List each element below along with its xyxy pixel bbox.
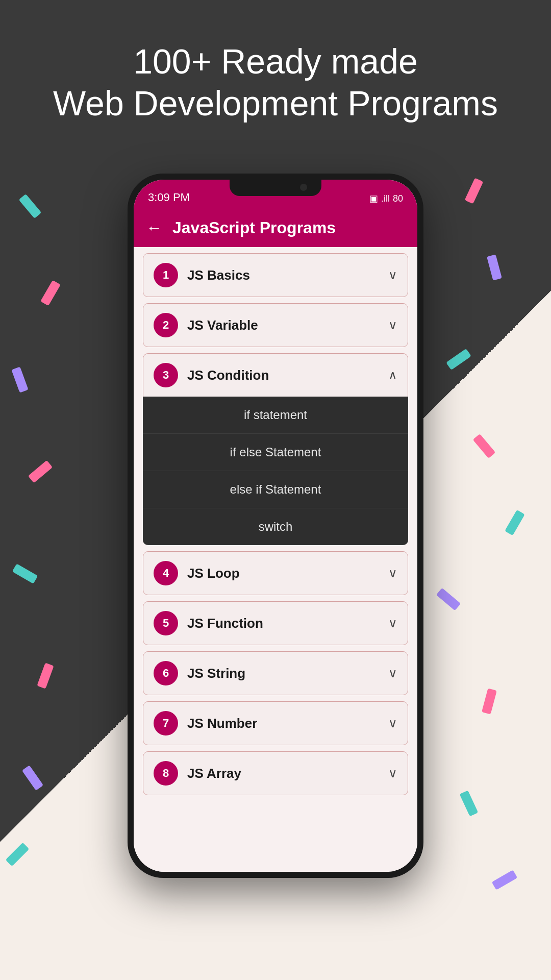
num-badge-3: 3 [154, 363, 178, 387]
chevron-down-icon: ∨ [388, 716, 397, 730]
app-header: ← JavaScript Programs [134, 208, 417, 247]
item-label-7: JS Number [187, 716, 388, 731]
status-time: 3:09 PM [148, 191, 190, 204]
num-badge-4: 4 [154, 561, 178, 585]
signal-icon: .ill [381, 193, 390, 204]
item-label-3: JS Condition [187, 368, 388, 383]
num-badge-8: 8 [154, 761, 178, 786]
sub-items-3: if statementif else Statementelse if Sta… [143, 397, 408, 545]
list-container: 1 JS Basics ∨ 2 JS Variable ∨ 3 JS Condi… [134, 247, 417, 872]
list-item-7[interactable]: 7 JS Number ∨ [143, 701, 408, 745]
phone-screen: 3:09 PM ▣ .ill 80 ← JavaScript Programs … [134, 180, 417, 872]
item-label-4: JS Loop [187, 566, 388, 581]
num-badge-6: 6 [154, 661, 178, 685]
list-item-3[interactable]: 3 JS Condition ∧ [143, 353, 408, 397]
list-item-4[interactable]: 4 JS Loop ∨ [143, 551, 408, 595]
item-label-2: JS Variable [187, 317, 388, 333]
sub-item-text-3-2: else if Statement [158, 482, 393, 497]
item-label-1: JS Basics [187, 267, 388, 283]
sub-item-3-1[interactable]: if else Statement [143, 434, 408, 471]
status-icons: ▣ .ill 80 [369, 193, 403, 204]
sub-item-3-2[interactable]: else if Statement [143, 471, 408, 508]
num-badge-7: 7 [154, 711, 178, 736]
list-item-5[interactable]: 5 JS Function ∨ [143, 601, 408, 645]
num-badge-2: 2 [154, 313, 178, 337]
battery-level: 80 [393, 193, 403, 204]
sub-item-3-3[interactable]: switch [143, 508, 408, 545]
chevron-down-icon: ∨ [388, 566, 397, 580]
back-button[interactable]: ← [146, 218, 162, 237]
sub-item-text-3-3: switch [158, 520, 393, 534]
chevron-down-icon: ∨ [388, 616, 397, 630]
list-item-6[interactable]: 6 JS String ∨ [143, 651, 408, 695]
list-item-8[interactable]: 8 JS Array ∨ [143, 751, 408, 795]
app-header-title: JavaScript Programs [172, 218, 336, 237]
chevron-down-icon: ∨ [388, 666, 397, 680]
phone-notch [230, 180, 321, 196]
headline: 100+ Ready made Web Development Programs [0, 41, 551, 124]
item-label-5: JS Function [187, 616, 388, 631]
phone-frame: 3:09 PM ▣ .ill 80 ← JavaScript Programs … [128, 174, 423, 878]
list-item-1[interactable]: 1 JS Basics ∨ [143, 253, 408, 297]
item-label-6: JS String [187, 666, 388, 681]
chevron-up-icon: ∧ [388, 368, 397, 382]
camera-icon [300, 184, 307, 191]
sub-item-3-0[interactable]: if statement [143, 397, 408, 434]
sub-item-text-3-1: if else Statement [158, 445, 393, 459]
list-item-2[interactable]: 2 JS Variable ∨ [143, 303, 408, 347]
chevron-down-icon: ∨ [388, 766, 397, 780]
battery-icon: ▣ [369, 193, 378, 204]
num-badge-5: 5 [154, 611, 178, 635]
headline-line2: Web Development Programs [31, 83, 520, 125]
chevron-down-icon: ∨ [388, 268, 397, 282]
sub-item-text-3-0: if statement [158, 408, 393, 422]
headline-line1: 100+ Ready made [31, 41, 520, 83]
item-label-8: JS Array [187, 766, 388, 781]
chevron-down-icon: ∨ [388, 318, 397, 332]
num-badge-1: 1 [154, 263, 178, 287]
